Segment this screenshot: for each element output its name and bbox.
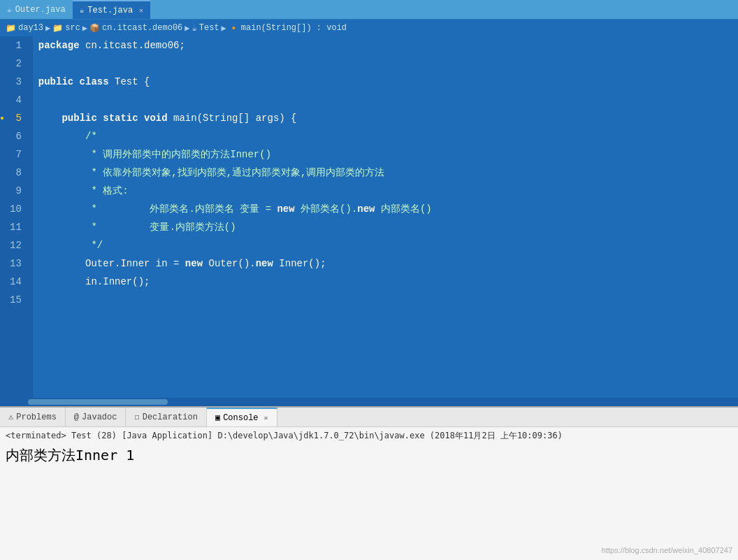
tab-problems[interactable]: ⚠ Problems [0, 408, 66, 426]
breadcrumb-class: Test [199, 23, 219, 33]
breadcrumb-sep-1: ▶ [45, 23, 50, 34]
breadcrumb-icon-src: 📁 [52, 23, 63, 34]
line-num-2: 2 [10, 55, 27, 73]
line-num-4: 4 [10, 91, 27, 109]
breadcrumb-pkg: cn.itcast.demo06 [102, 23, 182, 33]
tab-declaration[interactable]: ☐ Declaration [126, 408, 206, 426]
code-lines[interactable]: package cn.itcast.demo06; public class T… [33, 36, 738, 398]
breadcrumb: 📁 day13 ▶ 📁 src ▶ 📦 cn.itcast.demo06 ▶ ☕… [0, 20, 738, 36]
breadcrumb-icon-day: 📁 [6, 23, 16, 34]
code-line-13: Outer.Inner in = new Outer().new Inner()… [33, 254, 738, 273]
code-line-4 [33, 91, 738, 109]
problems-icon: ⚠ [8, 412, 13, 422]
code-line-14: in.Inner(); [33, 273, 738, 291]
javadoc-icon: @ [74, 412, 79, 422]
code-content: 1 2 3 4 5 6 7 8 9 10 11 12 13 14 15 pack… [0, 36, 738, 398]
bottom-tab-bar: ⚠ Problems @ Javadoc ☐ Declaration ▣ Con… [0, 408, 738, 427]
breadcrumb-icon-method: 🔸 [229, 23, 239, 34]
breadcrumb-icon-pkg: 📦 [89, 23, 100, 34]
java-file-icon-test: ☕ [80, 6, 85, 15]
line-num-5: 5 [10, 109, 27, 127]
breadcrumb-icon-class: ☕ [192, 23, 197, 34]
line-num-7: 7 [10, 145, 27, 164]
horizontal-scrollbar-area [0, 398, 738, 406]
code-line-5: public static void main(String[] args) { [33, 109, 738, 127]
line-num-13: 13 [10, 254, 27, 273]
breadcrumb-sep-4: ▶ [222, 23, 226, 34]
code-line-7: * 调用外部类中的内部类的方法Inner() [33, 145, 738, 164]
tab-javadoc-label: Javadoc [82, 412, 117, 422]
tab-bar: ☕ Outer.java ☕ Test.java ✕ [0, 0, 738, 20]
code-line-12: */ [33, 236, 738, 254]
tab-problems-label: Problems [16, 412, 57, 422]
line-num-9: 9 [10, 182, 27, 200]
tab-outer-label: Outer.java [15, 5, 66, 15]
breadcrumb-src: src [65, 23, 80, 33]
code-line-6: /* [33, 127, 738, 145]
breadcrumb-method: main(String[]) : void [241, 23, 347, 33]
code-line-8: * 依靠外部类对象,找到内部类,通过内部类对象,调用内部类的方法 [33, 164, 738, 182]
code-line-11: * 变量.内部类方法() [33, 218, 738, 236]
console-output: 内部类方法Inner 1 [6, 446, 732, 465]
line-num-14: 14 [10, 273, 27, 291]
console-status: <terminated> Test (28) [Java Application… [6, 430, 732, 442]
line-numbers: 1 2 3 4 5 6 7 8 9 10 11 12 13 14 15 [4, 36, 33, 398]
line-num-6: 6 [10, 127, 27, 145]
java-file-icon: ☕ [7, 5, 12, 14]
line-num-8: 8 [10, 164, 27, 182]
bottom-panel: ⚠ Problems @ Javadoc ☐ Declaration ▣ Con… [0, 406, 738, 560]
run-marker-dot [1, 117, 3, 120]
line-num-3: 3 [10, 73, 27, 91]
code-line-2 [33, 55, 738, 73]
console-area: <terminated> Test (28) [Java Application… [0, 427, 738, 560]
code-line-3: public class Test { [33, 73, 738, 91]
breadcrumb-sep-3: ▶ [184, 23, 189, 34]
code-line-1: package cn.itcast.demo06; [33, 36, 738, 55]
line-num-10: 10 [10, 200, 27, 218]
line-num-12: 12 [10, 236, 27, 254]
horizontal-scrollbar[interactable] [28, 399, 168, 405]
console-icon: ▣ [215, 412, 220, 423]
declaration-icon: ☐ [134, 412, 139, 422]
watermark: https://blog.csdn.net/weixin_40807247 [602, 546, 732, 554]
tab-javadoc[interactable]: @ Javadoc [66, 408, 126, 426]
tab-test-label: Test.java [87, 6, 133, 15]
code-line-10: * 外部类名.内部类名 变量 = new 外部类名().new 内部类名() [33, 200, 738, 218]
code-line-15 [33, 291, 738, 309]
code-editor: 1 2 3 4 5 6 7 8 9 10 11 12 13 14 15 pack… [0, 36, 738, 406]
tab-test[interactable]: ☕ Test.java ✕ [73, 0, 150, 19]
tab-close-button[interactable]: ✕ [139, 6, 143, 15]
tab-declaration-label: Declaration [143, 412, 198, 422]
breadcrumb-sep-2: ▶ [82, 23, 87, 34]
tab-console[interactable]: ▣ Console ✕ [207, 408, 277, 426]
line-num-1: 1 [10, 36, 27, 55]
line-num-11: 11 [10, 218, 27, 236]
tab-outer[interactable]: ☕ Outer.java [0, 0, 73, 19]
breadcrumb-day: day13 [18, 23, 43, 33]
tab-console-label: Console [223, 413, 258, 423]
code-line-9: * 格式: [33, 182, 738, 200]
line-num-15: 15 [10, 291, 27, 309]
console-close-button[interactable]: ✕ [264, 414, 268, 422]
